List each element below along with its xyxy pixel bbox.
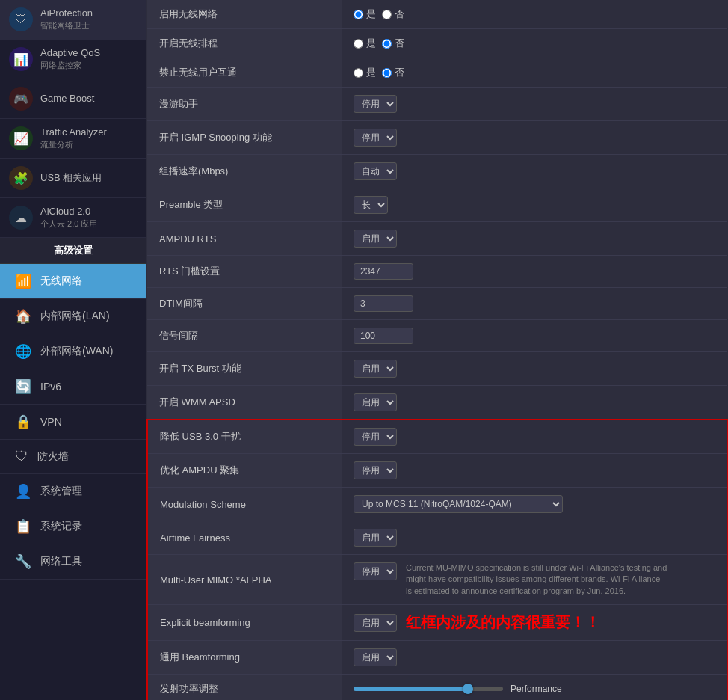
sidebar-nav-vpn[interactable]: 🔒 VPN: [0, 405, 146, 440]
label-usb3-interference: 降低 USB 3.0 干扰: [147, 420, 342, 454]
sidebar-nav-system-admin[interactable]: 👤 系统管理: [0, 474, 146, 509]
label-mu-mimo: Multi-User MIMO *ALPHA: [147, 555, 342, 605]
ai-protection-icon: 🛡: [9, 7, 33, 31]
row-igmp-snooping: 开启 IGMP Snooping 功能 停用: [147, 121, 727, 155]
network-tools-icon: 🔧: [15, 553, 31, 570]
row-modulation-scheme: Modulation Scheme Up to MCS 11 (NitroQAM…: [147, 488, 727, 521]
ai-protection-sub: 智能网络卫士: [40, 20, 93, 31]
mu-mimo-tooltip: Current MU-MIMO specification is still u…: [406, 562, 667, 597]
input-rts-threshold[interactable]: [354, 263, 413, 280]
label-multicast-rate: 组播速率(Mbps): [147, 155, 342, 188]
sidebar: 🛡 AiProtection 智能网络卫士 📊 Adaptive QoS 网络监…: [0, 0, 146, 700]
select-usb3-interference[interactable]: 停用: [354, 428, 397, 446]
sidebar-nav-lan[interactable]: 🏠 内部网络(LAN): [0, 299, 146, 334]
ipv6-label: IPv6: [40, 381, 61, 393]
wan-icon: 🌐: [15, 343, 31, 360]
row-mu-mimo: Multi-User MIMO *ALPHA 停用 Current MU-MIM…: [147, 555, 727, 605]
traffic-analyzer-icon: 📈: [9, 126, 33, 150]
lan-icon: 🏠: [15, 308, 31, 325]
label-ampdu-aggregation: 优化 AMPDU 聚集: [147, 454, 342, 488]
sidebar-item-usb-apps[interactable]: 🧩 USB 相关应用: [0, 159, 146, 198]
aicloud-sub: 个人云 2.0 应用: [40, 218, 97, 229]
ipv6-icon: 🔄: [15, 378, 31, 395]
label-airtime-fairness: Airtime Fairness: [147, 521, 342, 555]
tx-power-slider-container: Performance: [354, 684, 715, 694]
label-block-roaming: 禁止无线用户互通: [147, 58, 342, 88]
row-beacon-interval: 信号间隔: [147, 320, 727, 352]
sidebar-section-title: 高级设置: [0, 238, 146, 264]
usb-apps-label: USB 相关应用: [40, 172, 102, 185]
row-usb3-interference: 降低 USB 3.0 干扰 停用: [147, 420, 727, 454]
radio-no-wireless[interactable]: [382, 10, 392, 19]
row-roaming-assistant: 漫游助手 停用: [147, 88, 727, 121]
sidebar-nav-wan[interactable]: 🌐 外部网络(WAN): [0, 334, 146, 369]
select-modulation-scheme[interactable]: Up to MCS 11 (NitroQAM/1024-QAM): [354, 495, 563, 513]
row-airtime-fairness: Airtime Fairness 启用: [147, 521, 727, 555]
sidebar-nav-firewall[interactable]: 🛡 防火墙: [0, 440, 146, 474]
system-admin-label: 系统管理: [40, 485, 82, 498]
sidebar-nav-system-log[interactable]: 📋 系统记录: [0, 509, 146, 544]
traffic-analyzer-label: Traffic Analyzer: [40, 126, 107, 139]
firewall-icon: 🛡: [15, 449, 28, 464]
game-boost-icon: 🎮: [9, 87, 33, 111]
input-beacon-interval[interactable]: [354, 328, 413, 344]
label-explicit-beamforming: Explicit beamforming: [147, 605, 342, 641]
label-modulation-scheme: Modulation Scheme: [147, 488, 342, 521]
tx-power-slider-thumb[interactable]: [463, 684, 473, 694]
select-ampdu-rts[interactable]: 启用: [354, 230, 397, 248]
select-tx-burst[interactable]: 启用: [354, 360, 397, 378]
select-roaming-assistant[interactable]: 停用: [354, 95, 397, 113]
settings-table: 启用无线网络 是 否 开启无线排程 是 否 禁止无线用户互通 是: [146, 0, 728, 700]
row-rts-threshold: RTS 门槛设置: [147, 256, 727, 288]
wireless-icon: 📶: [15, 273, 31, 289]
label-ampdu-rts: AMPDU RTS: [147, 222, 342, 256]
sidebar-item-adaptive-qos[interactable]: 📊 Adaptive QoS 网络监控家: [0, 40, 146, 79]
vpn-label: VPN: [40, 416, 62, 428]
select-airtime-fairness[interactable]: 启用: [354, 529, 397, 547]
sidebar-item-game-boost[interactable]: 🎮 Game Boost: [0, 79, 146, 119]
select-mu-mimo[interactable]: 停用: [354, 562, 397, 580]
row-ampdu-aggregation: 优化 AMPDU 聚集 停用: [147, 454, 727, 488]
aicloud-label: AiCloud 2.0: [40, 206, 97, 218]
row-general-beamforming: 通用 Beamforming 启用: [147, 641, 727, 675]
input-dtim[interactable]: [354, 295, 413, 312]
row-explicit-beamforming: Explicit beamforming 启用 红框内涉及的内容很重要！！: [147, 605, 727, 641]
vpn-icon: 🔒: [15, 414, 31, 430]
radio-wireless-enable: 是 否: [354, 7, 715, 21]
select-explicit-beamforming[interactable]: 启用: [354, 614, 397, 632]
radio-yes-schedule[interactable]: [354, 39, 363, 49]
sidebar-nav-network-tools[interactable]: 🔧 网络工具: [0, 544, 146, 580]
sidebar-nav-ipv6[interactable]: 🔄 IPv6: [0, 369, 146, 405]
radio-no-schedule[interactable]: [382, 39, 392, 49]
select-multicast-rate[interactable]: 自动: [354, 162, 397, 180]
label-general-beamforming: 通用 Beamforming: [147, 641, 342, 675]
select-general-beamforming[interactable]: 启用: [354, 648, 397, 666]
label-wmm-apsd: 开启 WMM APSD: [147, 386, 342, 420]
label-wireless-enable: 启用无线网络: [147, 0, 342, 29]
system-admin-icon: 👤: [15, 483, 31, 500]
sidebar-item-ai-protection[interactable]: 🛡 AiProtection 智能网络卫士: [0, 0, 146, 40]
sidebar-item-traffic-analyzer[interactable]: 📈 Traffic Analyzer 流量分析: [0, 119, 146, 159]
sidebar-item-aicloud[interactable]: ☁ AiCloud 2.0 个人云 2.0 应用: [0, 198, 146, 238]
ai-protection-label: AiProtection: [40, 7, 93, 20]
select-wmm-apsd[interactable]: 启用: [354, 393, 397, 411]
sidebar-nav-wireless[interactable]: 📶 无线网络: [0, 264, 146, 299]
label-beacon-interval: 信号间隔: [147, 320, 342, 352]
usb-apps-icon: 🧩: [9, 166, 33, 190]
adaptive-qos-label: Adaptive QoS: [40, 47, 100, 60]
select-igmp-snooping[interactable]: 停用: [354, 129, 397, 147]
row-dtim: DTIM间隔: [147, 288, 727, 320]
radio-block-roaming: 是 否: [354, 66, 715, 79]
select-ampdu-aggregation[interactable]: 停用: [354, 461, 397, 479]
label-wireless-schedule: 开启无线排程: [147, 29, 342, 58]
radio-yes-roaming[interactable]: [354, 68, 363, 78]
label-igmp-snooping: 开启 IGMP Snooping 功能: [147, 121, 342, 155]
select-preamble[interactable]: 长: [354, 196, 388, 214]
row-wmm-apsd: 开启 WMM APSD 启用: [147, 386, 727, 420]
radio-no-roaming[interactable]: [382, 68, 392, 78]
tx-power-slider-track[interactable]: [354, 687, 503, 691]
aicloud-icon: ☁: [9, 206, 33, 230]
row-multicast-rate: 组播速率(Mbps) 自动: [147, 155, 727, 188]
label-roaming-assistant: 漫游助手: [147, 88, 342, 121]
radio-yes-wireless[interactable]: [354, 10, 363, 19]
